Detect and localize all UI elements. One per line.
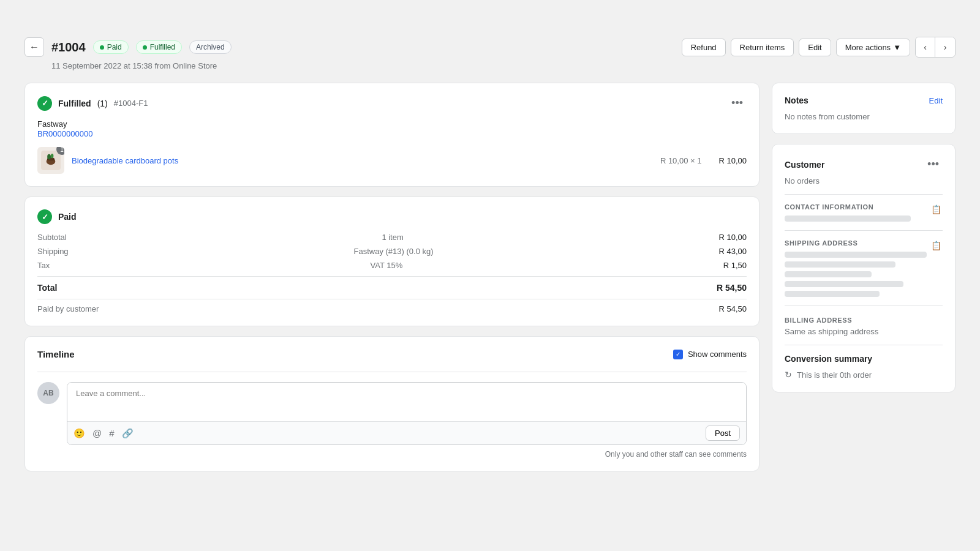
- paid-icon: ✓: [37, 209, 52, 224]
- fulfillment-count: (1): [97, 99, 108, 108]
- copy-contact-button[interactable]: 📋: [930, 203, 943, 216]
- attachment-icon[interactable]: 🔗: [122, 428, 134, 439]
- paid-badge: Paid: [93, 40, 129, 54]
- more-actions-button[interactable]: More actions ▼: [836, 39, 910, 56]
- shipping-address-label: SHIPPING ADDRESS: [785, 239, 858, 247]
- fulfillment-title: Fulfilled: [58, 99, 91, 108]
- comment-icons: 🙂 @ # 🔗: [74, 428, 134, 439]
- emoji-icon[interactable]: 🙂: [74, 428, 85, 439]
- prev-order-button[interactable]: ‹: [916, 37, 935, 57]
- shipping-row: Shipping Fastway (#13) (0.0 kg) R 43,00: [37, 247, 747, 256]
- conversion-summary-section: Conversion summary ↻ This is their 0th o…: [785, 354, 943, 380]
- conversion-summary-title: Conversion summary: [785, 354, 943, 364]
- shipping-skeleton-4: [785, 281, 903, 287]
- conversion-icon: ↻: [785, 370, 792, 380]
- item-name-link[interactable]: Biodegradable cardboard pots: [72, 156, 653, 165]
- copy-shipping-button[interactable]: 📋: [930, 239, 943, 252]
- carrier-name: Fastway: [37, 119, 747, 129]
- archived-badge: Archived: [189, 40, 232, 54]
- shipping-skeleton-2: [785, 261, 895, 268]
- show-comments-checkbox[interactable]: ✓: [673, 350, 683, 359]
- show-comments-toggle[interactable]: ✓ Show comments: [673, 350, 747, 359]
- order-title: #1004: [51, 40, 86, 54]
- order-item: 1 Biodegradable cardboard po: [37, 147, 747, 174]
- shipping-skeleton-3: [785, 271, 872, 277]
- order-items-list: 1 Biodegradable cardboard po: [37, 147, 747, 174]
- contact-info-label: CONTACT INFORMATION: [785, 203, 873, 211]
- svg-point-5: [51, 154, 53, 158]
- staff-note: Only you and other staff can see comment…: [37, 450, 747, 459]
- billing-address-section: BILLING ADDRESS Same as shipping address: [785, 315, 943, 336]
- comment-input-area: AB 🙂 @ # 🔗 Post: [37, 382, 747, 445]
- shipping-skeleton-5: [785, 291, 880, 297]
- comment-textarea[interactable]: [67, 383, 746, 419]
- fulfillment-card: ✓ Fulfilled (1) #1004-F1 ••• Fastway BR0…: [24, 83, 760, 187]
- order-subtitle: 11 September 2022 at 15:38 from Online S…: [51, 61, 956, 70]
- conversion-row: ↻ This is their 0th order: [785, 370, 943, 380]
- timeline-section: Timeline ✓ Show comments AB 🙂 @: [24, 336, 760, 471]
- back-button[interactable]: ←: [24, 37, 44, 57]
- customer-title: Customer: [785, 160, 824, 170]
- fulfilled-badge: Fulfilled: [136, 40, 182, 54]
- comment-toolbar: 🙂 @ # 🔗 Post: [67, 421, 746, 444]
- timeline-title: Timeline: [37, 349, 75, 359]
- subtotal-row: Subtotal 1 item R 10,00: [37, 233, 747, 242]
- conversion-note: This is their 0th order: [797, 370, 872, 380]
- notes-card: Notes Edit No notes from customer: [772, 83, 956, 134]
- post-button[interactable]: Post: [706, 425, 740, 441]
- payment-card: ✓ Paid Subtotal 1 item R 10,00 Shipping …: [24, 197, 760, 326]
- fulfillment-menu-button[interactable]: •••: [728, 96, 747, 111]
- no-orders-text: No orders: [785, 176, 820, 186]
- fulfillment-id: #1004-F1: [114, 99, 148, 108]
- paid-row: Paid by customer R 54,50: [37, 299, 747, 313]
- next-order-button[interactable]: ›: [935, 37, 955, 57]
- item-total: R 10,00: [718, 156, 747, 165]
- customer-menu-button[interactable]: •••: [924, 157, 943, 172]
- shipping-address-section: SHIPPING ADDRESS 📋: [785, 239, 943, 297]
- order-nav-group: ‹ ›: [915, 37, 956, 58]
- comment-box: 🙂 @ # 🔗 Post: [67, 382, 747, 445]
- svg-point-4: [47, 154, 51, 160]
- mention-icon[interactable]: @: [92, 428, 102, 439]
- contact-info-section: CONTACT INFORMATION 📋: [785, 203, 943, 222]
- carrier-info: Fastway BR0000000000: [37, 119, 747, 138]
- tax-row: Tax VAT 15% R 1,50: [37, 261, 747, 270]
- payment-title: Paid: [58, 212, 77, 222]
- tracking-link[interactable]: BR0000000000: [37, 129, 92, 138]
- chevron-down-icon: ▼: [893, 43, 901, 52]
- shipping-skeleton-1: [785, 252, 927, 258]
- notes-title: Notes: [785, 96, 809, 105]
- contact-skeleton-1: [785, 216, 911, 222]
- notes-edit-link[interactable]: Edit: [929, 96, 943, 105]
- hashtag-icon[interactable]: #: [109, 428, 114, 439]
- billing-address-label: BILLING ADDRESS: [785, 317, 852, 324]
- customer-card: Customer ••• No orders CONTACT INFORMATI…: [772, 144, 956, 392]
- item-price: R 10,00 × 1: [660, 156, 702, 165]
- item-image: 1: [37, 147, 64, 174]
- show-comments-label: Show comments: [688, 350, 747, 359]
- billing-same-text: Same as shipping address: [785, 327, 943, 336]
- edit-button[interactable]: Edit: [799, 39, 831, 56]
- return-items-button[interactable]: Return items: [731, 39, 794, 56]
- avatar: AB: [37, 382, 59, 404]
- refund-button[interactable]: Refund: [682, 39, 726, 56]
- fulfilled-icon: ✓: [37, 96, 52, 111]
- no-notes-text: No notes from customer: [785, 112, 870, 121]
- total-row: Total R 54,50: [37, 276, 747, 293]
- timeline-header: Timeline ✓ Show comments: [37, 349, 747, 359]
